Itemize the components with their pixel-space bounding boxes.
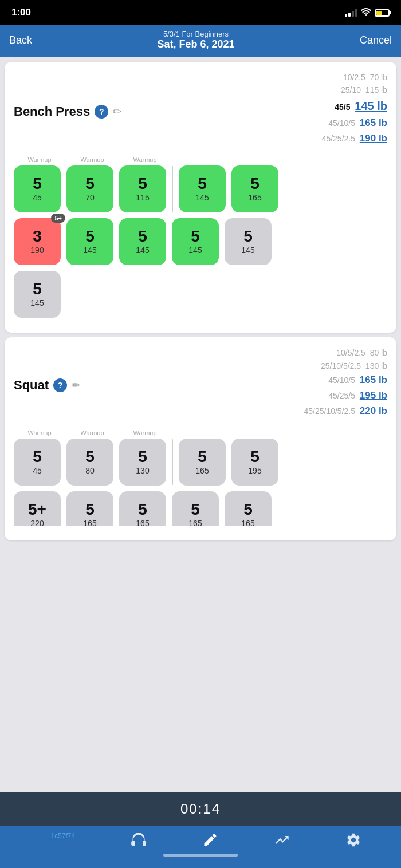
set-button[interactable]: 5 45 [14, 439, 61, 486]
nav-bar: Back 5/3/1 For Beginners Sat, Feb 6, 202… [0, 25, 401, 57]
nav-subtitle: 5/3/1 For Beginners [157, 30, 234, 38]
set-badge: 5+ [51, 214, 65, 223]
squat-warmup-labels: Warmup Warmup Warmup [14, 429, 387, 436]
plate-row: 10/2.5 70 lb [322, 71, 387, 84]
plate-row: 45/10/5 165 lb [322, 115, 387, 131]
plate-row: 45/25/5 195 lb [304, 388, 387, 403]
bench-press-card: Bench Press ? ✏ 10/2.5 70 lb 25/10 115 l… [5, 62, 396, 333]
set-divider [172, 439, 173, 485]
nav-title: 5/3/1 For Beginners Sat, Feb 6, 2021 [157, 30, 234, 50]
warmup-label: Warmup [121, 156, 168, 163]
set-button[interactable]: 5+ 3 190 [14, 218, 61, 265]
set-button[interactable]: 5 165 [172, 491, 219, 526]
set-button[interactable]: 5 145 [225, 218, 272, 265]
set-button[interactable]: 5 165 [225, 491, 272, 526]
nav-item-trending[interactable] [274, 832, 290, 848]
squat-header: Squat ? ✏ 10/5/2.5 80 lb 25/10/5/2.5 130… [14, 346, 387, 424]
bench-sets-row2: 5+ 3 190 5 145 5 145 5 145 5 145 [14, 218, 387, 265]
set-button[interactable]: 5 165 [179, 439, 226, 486]
squat-card: Squat ? ✏ 10/5/2.5 80 lb 25/10/5/2.5 130… [5, 337, 396, 540]
bottom-nav-items: 1c57f74 [0, 832, 401, 848]
warmup-label: Warmup [121, 429, 168, 436]
set-button[interactable]: 5 195 [231, 439, 278, 486]
bench-sets-row3: 5 145 [14, 271, 387, 318]
set-button[interactable]: 5 145 [179, 165, 226, 212]
set-button[interactable]: 5 70 [66, 165, 113, 212]
cancel-button[interactable]: Cancel [360, 34, 392, 46]
squat-title: Squat [14, 378, 49, 393]
battery-icon [375, 9, 390, 17]
plate-row: 45/25/2.5 190 lb [322, 131, 387, 146]
squat-sets-row1: 5 45 5 80 5 130 5 165 5 195 [14, 439, 387, 486]
plate-row: 25/10 115 lb [322, 84, 387, 96]
set-button[interactable]: 5 130 [119, 439, 166, 486]
weight-link[interactable]: 220 lb [360, 405, 387, 416]
signal-icon [345, 9, 357, 17]
set-button[interactable]: 5 115 [119, 165, 166, 212]
status-bar: 1:00 [0, 0, 401, 25]
squat-edit-icon[interactable]: ✏ [72, 379, 80, 392]
trending-up-icon [274, 832, 290, 848]
squat-help-icon[interactable]: ? [53, 378, 67, 392]
bench-warmup-labels: Warmup Warmup Warmup [14, 156, 387, 163]
plate-row-highlight: 45/5 145 lb [322, 97, 387, 115]
nav-date: Sat, Feb 6, 2021 [157, 38, 234, 50]
status-time: 1:00 [11, 7, 31, 18]
bench-press-help-icon[interactable]: ? [95, 105, 108, 119]
weight-link[interactable]: 165 lb [360, 374, 387, 385]
timer-display: 00:14 [180, 801, 221, 816]
weight-link[interactable]: 190 lb [360, 133, 387, 144]
set-button[interactable]: 5 45 [14, 165, 61, 212]
scroll-area: Bench Press ? ✏ 10/2.5 70 lb 25/10 115 l… [0, 57, 401, 792]
back-button[interactable]: Back [9, 34, 32, 46]
squat-title-row: Squat ? ✏ [14, 378, 80, 393]
wifi-icon [361, 8, 371, 18]
set-button[interactable]: 5 145 [14, 271, 61, 318]
set-button[interactable]: 5 80 [66, 439, 113, 486]
status-icons [345, 8, 390, 18]
timer-bar: 00:14 [0, 792, 401, 826]
warmup-label: Warmup [16, 156, 63, 163]
plate-row: 25/10/5/2.5 130 lb [304, 360, 387, 372]
bench-press-plate-calc: 10/2.5 70 lb 25/10 115 lb 45/5 145 lb 45… [322, 71, 387, 146]
squat-sets-row2: 5+ 220 5 165 5 165 5 165 5 165 [14, 491, 387, 526]
plate-row: 10/5/2.5 80 lb [304, 346, 387, 359]
bench-press-title-row: Bench Press ? ✏ [14, 104, 121, 119]
edit-icon [202, 832, 218, 848]
bench-press-header: Bench Press ? ✏ 10/2.5 70 lb 25/10 115 l… [14, 71, 387, 152]
warmup-label: Warmup [69, 156, 116, 163]
weight-link[interactable]: 165 lb [360, 117, 387, 128]
plate-row: 45/25/10/5/2.5 220 lb [304, 403, 387, 419]
settings-icon [345, 832, 361, 848]
set-button[interactable]: 5 145 [172, 218, 219, 265]
weight-link[interactable]: 195 lb [360, 390, 387, 401]
bottom-nav: 1c57f74 [0, 826, 401, 868]
set-button[interactable]: 5 165 [66, 491, 113, 526]
plate-row: 45/10/5 165 lb [304, 372, 387, 388]
home-indicator [163, 854, 238, 857]
nav-id: 1c57f74 [40, 832, 76, 840]
nav-item-headset[interactable] [131, 832, 147, 848]
set-button[interactable]: 5 165 [119, 491, 166, 526]
headset-icon [131, 832, 147, 848]
weight-link[interactable]: 145 lb [355, 100, 387, 112]
set-button[interactable]: 5+ 220 [14, 491, 61, 526]
bench-sets-row1: 5 45 5 70 5 115 5 145 5 165 [14, 165, 387, 212]
set-button[interactable]: 5 165 [231, 165, 278, 212]
bench-press-title: Bench Press [14, 104, 90, 119]
squat-plate-calc: 10/5/2.5 80 lb 25/10/5/2.5 130 lb 45/10/… [304, 346, 387, 419]
warmup-label: Warmup [16, 429, 63, 436]
set-divider [172, 166, 173, 212]
set-button[interactable]: 5 145 [66, 218, 113, 265]
set-button[interactable]: 5 145 [119, 218, 166, 265]
nav-item-settings[interactable] [345, 832, 361, 848]
warmup-label: Warmup [69, 429, 116, 436]
nav-item-edit[interactable] [202, 832, 218, 848]
bench-press-edit-icon[interactable]: ✏ [113, 105, 121, 118]
